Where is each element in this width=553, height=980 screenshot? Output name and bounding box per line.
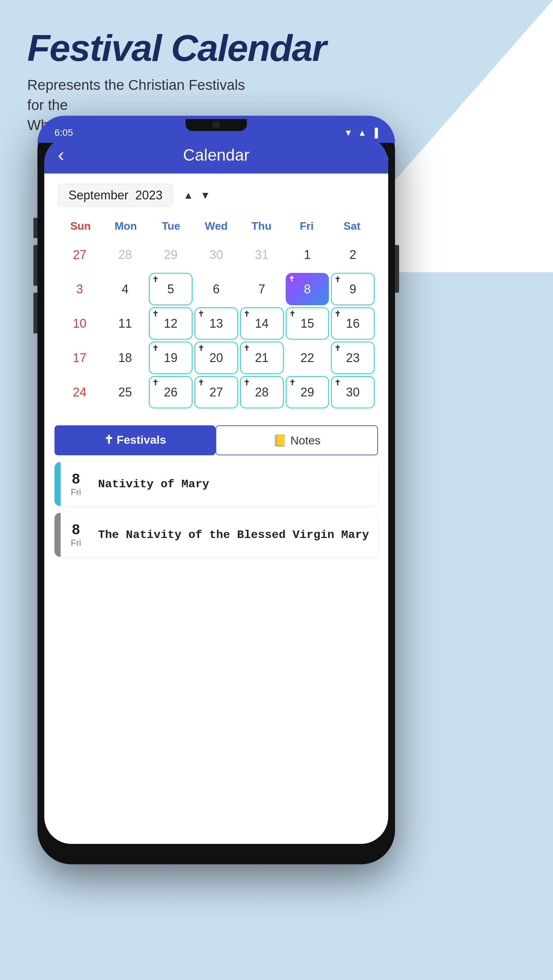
phone-button-mute bbox=[33, 218, 37, 238]
day-header-tue: Tue bbox=[148, 217, 194, 235]
signal-icon: ▲ bbox=[358, 127, 367, 138]
cal-day-29-prev[interactable]: 29 bbox=[149, 239, 193, 271]
day-header-wed: Wed bbox=[194, 217, 239, 235]
cross-icon-19: ✝ bbox=[152, 344, 158, 353]
cal-day-7[interactable]: 7 bbox=[240, 273, 284, 305]
cross-icon-5: ✝ bbox=[152, 275, 158, 284]
cal-day-4[interactable]: 4 bbox=[104, 273, 147, 305]
festival-info-2: The Nativity of the Blessed Virgin Mary bbox=[91, 513, 378, 557]
cross-icon-28: ✝ bbox=[244, 379, 250, 387]
cal-day-22[interactable]: 22 bbox=[286, 342, 329, 374]
cal-day-27[interactable]: ✝ 27 bbox=[194, 376, 238, 408]
cal-day-17[interactable]: 17 bbox=[58, 342, 102, 374]
month-down-arrow[interactable]: ▼ bbox=[200, 189, 210, 201]
cal-day-3[interactable]: 3 bbox=[58, 273, 102, 305]
festival-name-1: Nativity of Mary bbox=[98, 478, 209, 491]
cal-day-11[interactable]: 11 bbox=[104, 307, 147, 340]
cal-day-19[interactable]: ✝ 19 bbox=[149, 342, 193, 374]
cross-icon-9: ✝ bbox=[335, 275, 341, 284]
cal-day-12[interactable]: ✝ 12 bbox=[149, 307, 193, 340]
cal-day-15[interactable]: ✝ 15 bbox=[286, 307, 329, 340]
cal-day-20[interactable]: ✝ 20 bbox=[194, 342, 238, 374]
back-button[interactable]: ‹ bbox=[58, 144, 64, 166]
phone-body: 6:05 ▼ ▲ ▐ ‹ Calendar bbox=[37, 116, 395, 864]
cal-day-30[interactable]: ✝ 30 bbox=[331, 376, 375, 408]
phone-button-volume-up bbox=[33, 245, 37, 286]
festival-day-name-2: Fri bbox=[71, 538, 81, 548]
cal-day-14[interactable]: ✝ 14 bbox=[240, 307, 284, 340]
month-selector: September 2023 ▲ ▼ bbox=[58, 184, 375, 207]
cross-icon-26: ✝ bbox=[152, 379, 158, 387]
cross-icon-29: ✝ bbox=[289, 379, 295, 387]
day-header-sat: Sat bbox=[329, 217, 375, 235]
phone-mockup: 6:05 ▼ ▲ ▐ ‹ Calendar bbox=[37, 116, 395, 932]
cal-day-18[interactable]: 18 bbox=[104, 342, 147, 374]
cross-icon-21: ✝ bbox=[244, 344, 250, 353]
phone-screen: ‹ Calendar September 2023 ▲ ▼ Sun Mon bbox=[44, 136, 388, 844]
cal-day-26[interactable]: ✝ 26 bbox=[149, 376, 193, 408]
day-header-fri: Fri bbox=[284, 217, 329, 235]
cal-day-2[interactable]: 2 bbox=[331, 239, 375, 271]
cal-day-16[interactable]: ✝ 16 bbox=[331, 307, 375, 340]
festival-day-num-1: 8 bbox=[72, 471, 80, 487]
cal-day-27-prev[interactable]: 27 bbox=[58, 239, 102, 271]
cal-day-28[interactable]: ✝ 28 bbox=[240, 376, 284, 408]
cal-day-25[interactable]: 25 bbox=[104, 376, 147, 408]
month-up-arrow[interactable]: ▲ bbox=[183, 189, 193, 201]
cal-day-8-selected[interactable]: ✝ 8 bbox=[286, 273, 329, 305]
cross-icon-12: ✝ bbox=[152, 310, 158, 318]
cross-icon-23: ✝ bbox=[335, 344, 341, 353]
phone-notch bbox=[186, 119, 247, 131]
day-header-mon: Mon bbox=[103, 217, 148, 235]
festival-date-1: 8 Fri bbox=[61, 462, 91, 506]
cal-day-6[interactable]: 6 bbox=[194, 273, 238, 305]
cross-icon-27: ✝ bbox=[198, 379, 204, 387]
festival-day-name-1: Fri bbox=[71, 487, 81, 498]
cal-day-13[interactable]: ✝ 13 bbox=[194, 307, 238, 340]
cal-day-31-prev[interactable]: 31 bbox=[240, 239, 284, 271]
tab-notes[interactable]: 📒 Notes bbox=[215, 425, 378, 455]
cal-day-5[interactable]: ✝ 5 bbox=[149, 273, 193, 305]
cal-day-1[interactable]: 1 bbox=[286, 239, 329, 271]
cross-icon-8: ✝ bbox=[288, 275, 295, 283]
phone-button-volume-down bbox=[33, 293, 37, 334]
tab-bar: ✝ Festivals 📒 Notes bbox=[54, 425, 378, 455]
cross-icon-30: ✝ bbox=[335, 379, 341, 387]
day-header-sun: Sun bbox=[58, 217, 103, 235]
cal-day-24[interactable]: 24 bbox=[58, 376, 102, 408]
festival-accent-1 bbox=[54, 462, 61, 506]
festival-list: 8 Fri Nativity of Mary 8 Fri The Nativit… bbox=[44, 462, 388, 557]
cal-day-29[interactable]: ✝ 29 bbox=[286, 376, 329, 408]
tab-festivals[interactable]: ✝ Festivals bbox=[54, 425, 215, 455]
wifi-icon: ▼ bbox=[344, 127, 353, 138]
camera bbox=[212, 121, 220, 129]
festival-date-2: 8 Fri bbox=[61, 513, 91, 557]
cal-day-9[interactable]: ✝ 9 bbox=[331, 273, 375, 305]
phone-button-power bbox=[395, 245, 399, 293]
cross-icon-15: ✝ bbox=[289, 310, 295, 318]
cal-day-21[interactable]: ✝ 21 bbox=[240, 342, 284, 374]
festival-item-2[interactable]: 8 Fri The Nativity of the Blessed Virgin… bbox=[54, 513, 378, 557]
festival-name-2: The Nativity of the Blessed Virgin Mary bbox=[98, 528, 369, 541]
festival-item-1[interactable]: 8 Fri Nativity of Mary bbox=[54, 462, 378, 506]
status-icons: ▼ ▲ ▐ bbox=[344, 127, 378, 138]
header-title: Calendar bbox=[183, 146, 250, 164]
status-time: 6:05 bbox=[54, 127, 73, 138]
cal-day-10[interactable]: 10 bbox=[58, 307, 102, 340]
page-title: Festival Calendar bbox=[27, 27, 326, 68]
calendar-body: September 2023 ▲ ▼ Sun Mon Tue Wed Thu F… bbox=[44, 173, 388, 418]
month-label[interactable]: September 2023 bbox=[58, 184, 173, 207]
cross-icon-16: ✝ bbox=[335, 310, 341, 318]
festival-info-1: Nativity of Mary bbox=[91, 462, 378, 506]
day-headers: Sun Mon Tue Wed Thu Fri Sat bbox=[58, 217, 375, 235]
festival-day-num-2: 8 bbox=[72, 521, 80, 538]
cal-day-28-prev[interactable]: 28 bbox=[104, 239, 147, 271]
cross-icon-20: ✝ bbox=[198, 344, 204, 353]
battery-icon: ▐ bbox=[372, 127, 378, 138]
cross-icon-13: ✝ bbox=[198, 310, 204, 318]
cross-icon-14: ✝ bbox=[244, 310, 250, 318]
day-header-thu: Thu bbox=[239, 217, 284, 235]
cal-day-23[interactable]: ✝ 23 bbox=[331, 342, 375, 374]
cal-day-30-prev[interactable]: 30 bbox=[194, 239, 238, 271]
festival-accent-2 bbox=[54, 513, 61, 557]
